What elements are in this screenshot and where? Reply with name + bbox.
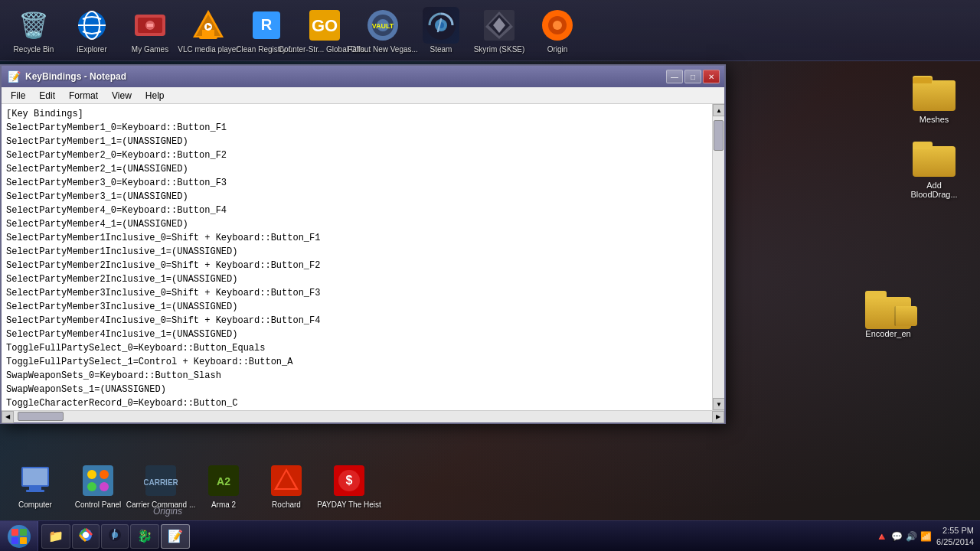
arma2-icon: A2 [205, 462, 242, 499]
skyrim-label: Skyrim (SKSE) [474, 45, 525, 54]
desktop-icon-my-games[interactable]: My Games [122, 4, 178, 57]
desktop-icon-payday[interactable]: $ PAYDAY The Heist [322, 459, 377, 513]
desktop-icon-computer[interactable]: Computer [8, 459, 63, 513]
control-panel-label: Control Panel [75, 500, 122, 510]
taskbar-app-steam[interactable] [101, 524, 129, 549]
menu-format[interactable]: Format [63, 89, 104, 103]
window-title-text: KeyBindings - Notepad [25, 71, 126, 82]
tray-network-icon[interactable]: 📶 [920, 531, 932, 542]
meshes-label: Meshes [920, 115, 949, 124]
encoder-icon-area[interactable]: Encoder_en [865, 291, 911, 429]
svg-rect-51 [11, 529, 18, 536]
desktop-icon-skyrim[interactable]: Skyrim (SKSE) [472, 4, 527, 57]
close-button[interactable]: ✕ [703, 70, 720, 83]
desktop-icon-meshes[interactable]: Meshes [903, 69, 965, 127]
iexplorer-icon [74, 7, 110, 44]
tray-clock[interactable]: 2:55 PM 6/25/2014 [936, 525, 974, 547]
desktop-icons-right: Meshes Add BloodDrag... [903, 69, 965, 202]
origin-label: Origin [547, 45, 568, 54]
taskbar-app-game[interactable]: 🐉 [130, 524, 159, 549]
svg-point-39 [87, 482, 96, 491]
svg-rect-33 [23, 468, 47, 485]
computer-label: Computer [18, 500, 52, 510]
desktop-icon-iexplorer[interactable]: iExplorer [64, 4, 119, 57]
taskbar-apps: 📁 [38, 521, 869, 551]
rochard-icon [268, 462, 305, 499]
scroll-left-arrow[interactable]: ◀ [2, 411, 14, 423]
vlc-label: VLC media player [178, 45, 238, 54]
menu-view[interactable]: View [106, 89, 138, 103]
scrollbar-vertical[interactable]: ▲ ▼ [712, 104, 724, 410]
origin-icon [539, 7, 576, 44]
desktop-icon-arma2[interactable]: A2 Arma 2 [196, 459, 251, 513]
svg-point-37 [87, 470, 96, 479]
scroll-thumb-h[interactable] [18, 412, 64, 421]
svg-rect-53 [11, 537, 18, 544]
svg-point-38 [100, 470, 109, 479]
my-games-label: My Games [132, 45, 168, 54]
scroll-track-h[interactable] [14, 411, 712, 422]
tray-volume-icon[interactable]: 🔊 [906, 531, 917, 542]
steam-icon [423, 7, 459, 44]
svg-text:A2: A2 [217, 475, 230, 487]
svg-rect-6 [147, 24, 153, 27]
maximize-button[interactable]: □ [684, 70, 701, 83]
svg-text:R: R [261, 16, 273, 33]
desktop-icon-control-panel[interactable]: Control Panel [70, 459, 126, 513]
desktop-icon-origin[interactable]: Origin [530, 4, 585, 57]
taskbar-app-chrome[interactable] [72, 524, 100, 549]
tray-time: 2:55 PM [942, 525, 974, 536]
svg-rect-54 [20, 537, 27, 544]
clean-icon: R [248, 7, 285, 44]
fallout-label: Fallout New Vegas... [348, 45, 418, 54]
notepad-window: 📝 KeyBindings - Notepad — □ ✕ File Edit … [0, 64, 726, 424]
svg-rect-9 [202, 30, 214, 36]
start-button[interactable] [0, 521, 38, 552]
desktop-icon-carrier-command[interactable]: CARRIER Carrier Command ... [133, 459, 188, 513]
encoder-label: Encoder_en [865, 329, 910, 338]
svg-text:GO: GO [312, 16, 338, 35]
scroll-up-arrow[interactable]: ▲ [713, 104, 724, 116]
menu-file[interactable]: File [5, 89, 31, 103]
desktop: 🗑️ Recycle Bin iExplorer [0, 0, 980, 551]
scrollbar-horizontal[interactable]: ◀ ▶ [2, 410, 724, 422]
taskbar-app-notepad[interactable]: 📝 [161, 524, 190, 549]
scroll-track-v[interactable] [713, 116, 724, 398]
desktop-icon-csgo[interactable]: GO Counter-Str... Global Offs... [297, 4, 352, 57]
minimize-button[interactable]: — [666, 70, 683, 83]
svg-text:CARRIER: CARRIER [144, 478, 178, 487]
tray-icon-1[interactable]: 🔺 [875, 530, 888, 543]
carrier-command-label: Carrier Command ... [126, 500, 196, 510]
scroll-down-arrow[interactable]: ▼ [713, 398, 724, 410]
menu-help[interactable]: Help [139, 89, 171, 103]
desktop-icon-add-blooddrag[interactable]: Add BloodDrag... [903, 135, 965, 202]
notepad-textarea[interactable]: [Key Bindings] SelectPartyMember1_0=Keyb… [2, 104, 712, 410]
scroll-right-arrow[interactable]: ▶ [712, 411, 724, 423]
taskbar-app-explorer[interactable]: 📁 [41, 524, 70, 549]
taskbar-bottom: 📁 [0, 520, 980, 551]
start-button-icon [8, 525, 31, 548]
scroll-thumb-v[interactable] [714, 120, 724, 151]
svg-rect-34 [29, 487, 41, 490]
control-panel-icon [80, 462, 116, 499]
window-controls: — □ ✕ [666, 70, 720, 83]
iexplorer-label: iExplorer [77, 45, 106, 54]
desktop-icon-vlc[interactable]: VLC media player [181, 4, 236, 57]
window-title-left: 📝 KeyBindings - Notepad [8, 70, 126, 83]
svg-point-40 [100, 482, 109, 491]
desktop-icon-steam[interactable]: Steam [413, 4, 469, 57]
svg-rect-35 [26, 490, 44, 492]
desktop-icon-recycle-bin[interactable]: 🗑️ Recycle Bin [6, 4, 61, 57]
my-games-icon [132, 7, 168, 44]
desktop-icons-bottom: Computer Control Panel CARRIER [0, 459, 980, 513]
taskbar-tray: 🔺 💬 🔊 📶 2:55 PM 6/25/2014 [869, 521, 980, 551]
menu-edit[interactable]: Edit [33, 89, 61, 103]
svg-point-56 [83, 532, 89, 538]
add-blooddrag-label: Add BloodDrag... [906, 181, 962, 199]
svg-text:VAULT: VAULT [372, 22, 394, 30]
desktop-icon-rochard[interactable]: Rochard [259, 459, 314, 513]
tray-icon-2[interactable]: 💬 [891, 531, 903, 542]
payday-label: PAYDAY The Heist [317, 500, 381, 510]
desktop-icon-fallout[interactable]: VAULT Fallout New Vegas... [355, 4, 410, 57]
window-menubar: File Edit Format View Help [2, 87, 724, 104]
